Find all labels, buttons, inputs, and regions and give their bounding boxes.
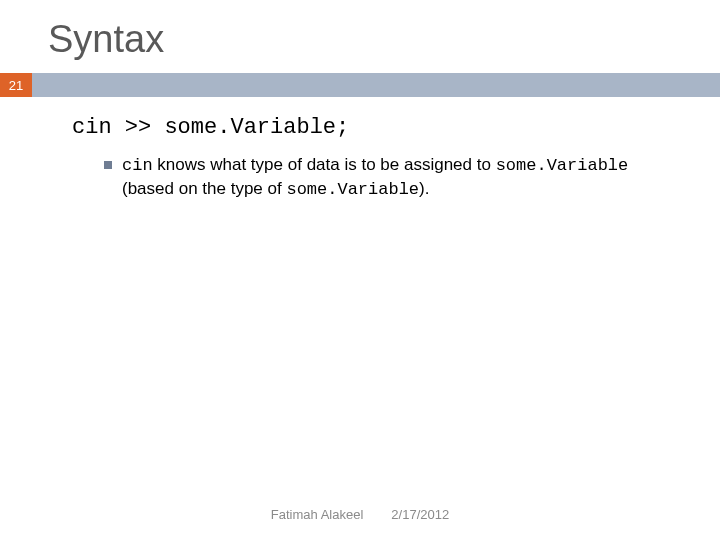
bullet-text: cin knows what type of data is to be ass… bbox=[122, 154, 660, 202]
title-area: Syntax bbox=[0, 0, 720, 73]
header-bar-fill bbox=[32, 73, 720, 97]
footer-author: Fatimah Alakeel bbox=[271, 507, 364, 522]
text-span-2: (based on the type of bbox=[122, 179, 286, 198]
footer-date: 2/17/2012 bbox=[391, 507, 449, 522]
text-span-3: ). bbox=[419, 179, 429, 198]
slide-title: Syntax bbox=[48, 18, 720, 61]
code-span-var1: some.Variable bbox=[496, 156, 629, 175]
bullet-item: cin knows what type of data is to be ass… bbox=[72, 154, 660, 202]
code-span-var2: some.Variable bbox=[286, 180, 419, 199]
code-line: cin >> some.Variable; bbox=[72, 115, 660, 140]
slide-number: 21 bbox=[0, 73, 32, 97]
code-span-cin: cin bbox=[122, 156, 153, 175]
content-area: cin >> some.Variable; cin knows what typ… bbox=[0, 97, 720, 202]
header-bar: 21 bbox=[0, 73, 720, 97]
bullet-icon bbox=[104, 161, 112, 169]
footer: Fatimah Alakeel 2/17/2012 bbox=[0, 507, 720, 522]
text-span-1: knows what type of data is to be assigne… bbox=[153, 155, 496, 174]
